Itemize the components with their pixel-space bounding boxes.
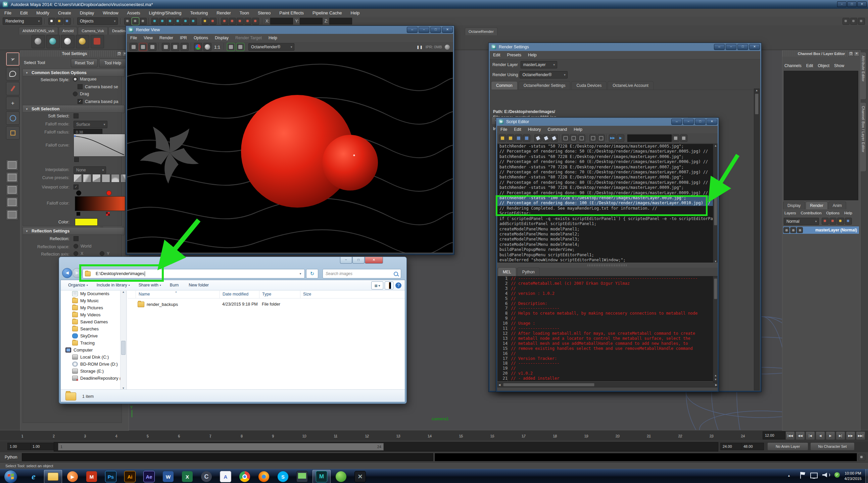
alpha-channel-icon[interactable] — [204, 43, 212, 51]
time-tick[interactable]: 14 — [414, 433, 445, 438]
render-layer-row[interactable]: masterLayer (Normal) — [783, 226, 859, 234]
menu-item[interactable]: Help — [844, 211, 852, 215]
time-tick[interactable]: 1 — [7, 433, 38, 438]
reflection-checkbox[interactable] — [73, 236, 79, 241]
menu-item[interactable]: Contribution — [801, 211, 822, 215]
float-panel-icon[interactable]: ❐ — [848, 51, 854, 56]
tab-channel-box[interactable]: Channel Box / Layer Editor — [861, 102, 866, 172]
history-scrollbar[interactable]: ▲▼ — [713, 144, 718, 263]
photoshop-icon[interactable]: Ps — [102, 470, 120, 483]
mel-input-pane[interactable]: 1// ------------------------------------… — [497, 276, 713, 381]
column-header[interactable]: Type — [259, 290, 300, 298]
falloff-curve-graph[interactable] — [73, 134, 125, 157]
menu-item[interactable]: View — [140, 36, 156, 40]
time-tick[interactable]: 17 — [508, 433, 539, 438]
maximize-button[interactable]: □ — [738, 44, 748, 50]
sidebar-item[interactable]: My Documents — [61, 290, 127, 297]
move-layer-up-icon[interactable] — [822, 218, 829, 225]
minimize-button[interactable]: − — [683, 119, 694, 125]
sidebar-item[interactable]: My Videos — [61, 311, 127, 318]
gradient-handle-black[interactable] — [76, 212, 81, 216]
menu-item[interactable]: Display — [212, 36, 232, 40]
deadline-icon[interactable] — [332, 470, 350, 483]
sidebar-item[interactable]: Tracing — [61, 340, 127, 347]
save-image-icon[interactable] — [148, 43, 156, 51]
time-tick[interactable]: 19 — [570, 433, 602, 438]
tool-settings-header[interactable]: Tool Settings ❐ ✕ — [21, 51, 129, 57]
show-history-pane-icon[interactable] — [562, 134, 569, 142]
excel-icon[interactable]: X — [179, 470, 196, 483]
time-tick[interactable]: 8 — [226, 433, 257, 438]
playback-button[interactable]: |◀◀ — [785, 431, 795, 440]
paint-select-tool-icon[interactable] — [6, 82, 20, 95]
y-coord-field[interactable] — [300, 18, 322, 25]
zoom-1-1-button[interactable]: 1:1 — [214, 44, 220, 50]
command-input[interactable] — [22, 453, 433, 461]
maya-icon[interactable]: M — [312, 470, 331, 483]
float-button[interactable]: ⇔ — [407, 27, 417, 33]
back-button[interactable]: ◀ — [62, 268, 72, 278]
time-tick[interactable]: 3 — [69, 433, 101, 438]
layer-blend-mode-dropdown[interactable]: Normal▼ — [784, 218, 819, 225]
render-view-titlebar[interactable]: M Render View ⇔ − □ ✕ — [126, 26, 454, 34]
region-render-icon[interactable] — [181, 43, 189, 51]
select-hierarchy-icon[interactable] — [124, 18, 131, 25]
shelf-tab[interactable]: Arnold — [59, 27, 77, 35]
menu-item[interactable]: Help — [570, 127, 586, 132]
sidebar-scrollbar[interactable]: ▲ ▼ — [120, 290, 127, 390]
save-scene-icon[interactable] — [64, 18, 71, 25]
windows-explorer-icon[interactable] — [44, 470, 62, 483]
tab-attribute-editor[interactable]: Attribute Editor — [861, 52, 866, 100]
reflection-axis-y-radio[interactable] — [100, 251, 104, 256]
menu-item[interactable]: Modify — [32, 10, 53, 15]
menu-item[interactable]: Stereo — [253, 10, 275, 15]
menu-item[interactable]: Layers — [784, 211, 796, 215]
anim-layer-button[interactable]: No Anim Layer — [767, 443, 808, 450]
column-header[interactable]: Name — [135, 290, 219, 298]
paint-effects-icon[interactable] — [244, 18, 251, 25]
menu-item[interactable]: Options — [190, 36, 212, 40]
maximize-button[interactable]: □ — [430, 27, 441, 33]
input-connections-icon[interactable] — [221, 18, 228, 25]
execute-all-icon[interactable]: ▶▶ — [609, 134, 616, 142]
open-scene-icon[interactable] — [56, 18, 63, 25]
select-component-icon[interactable] — [140, 18, 147, 25]
animation-start-field[interactable]: 1.00 — [7, 443, 32, 450]
menu-item[interactable]: Help — [265, 36, 281, 40]
select-cursor-icon[interactable] — [210, 18, 217, 25]
menu-item[interactable]: Help — [525, 53, 540, 57]
internet-explorer-icon[interactable]: e — [25, 470, 42, 483]
minimize-button[interactable]: − — [340, 257, 352, 264]
reflection-space-world-radio[interactable] — [73, 244, 78, 249]
drag-radio[interactable] — [73, 92, 78, 96]
column-header[interactable]: Date modified — [219, 290, 259, 298]
layout-hypershade-button[interactable] — [6, 209, 18, 220]
reset-tool-button[interactable]: Reset Tool — [71, 59, 98, 67]
minimize-button[interactable]: − — [837, 1, 846, 7]
remote-desktop-icon[interactable] — [293, 470, 311, 483]
line-numbers-icon[interactable] — [597, 134, 605, 142]
sidebar-item[interactable]: Computer — [61, 347, 127, 354]
toolbar-button[interactable]: Burn — [170, 283, 180, 287]
search-down-icon[interactable]: ▼ — [672, 134, 679, 142]
address-dropdown-icon[interactable]: ▼ — [299, 272, 302, 276]
edit-render-icon[interactable] — [227, 43, 235, 51]
time-tick[interactable]: 16 — [477, 433, 508, 438]
toolbar-button[interactable]: Organize▾ — [68, 283, 88, 287]
common-selection-options-header[interactable]: ▼Common Selection Options — [23, 69, 125, 77]
soft-select-checkbox[interactable] — [73, 114, 79, 119]
open-script-icon[interactable] — [499, 134, 506, 142]
character-set-button[interactable]: No Character Set — [810, 443, 855, 450]
menu-set-dropdown[interactable]: Rendering▼ — [3, 18, 42, 25]
sidebar-item[interactable]: Saved Games — [61, 318, 127, 325]
minimize-button[interactable]: − — [726, 44, 737, 50]
menu-item[interactable]: Show — [834, 63, 844, 68]
snap-plane-icon[interactable] — [175, 18, 182, 25]
marquee-radio[interactable] — [73, 77, 78, 82]
rendered-image[interactable] — [127, 52, 453, 253]
separator[interactable] — [218, 18, 219, 24]
close-button[interactable]: ✕ — [707, 119, 717, 125]
make-live-icon[interactable] — [190, 18, 197, 25]
open-image-icon[interactable] — [130, 43, 137, 51]
column-header[interactable]: Size — [300, 290, 327, 298]
